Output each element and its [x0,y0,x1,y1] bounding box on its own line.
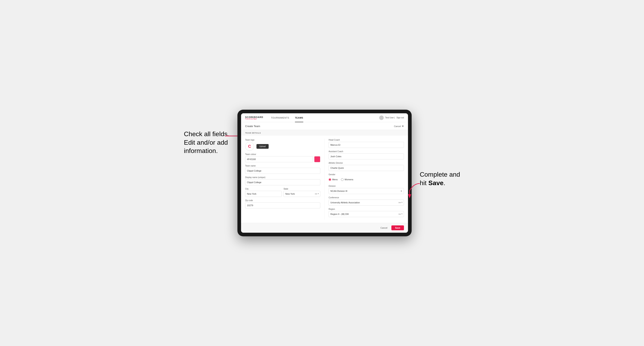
head-coach-label: Head Coach [328,139,404,141]
zip-label: Zip code [245,199,320,201]
nav-teams[interactable]: TEAMS [292,113,306,122]
conference-select-wrapper: University Athletic Association ✕ ▲▼ [328,199,404,205]
form-body: Team logo C Upload Team colour [241,136,408,223]
assistant-coach-input[interactable] [328,153,404,160]
svg-marker-2 [408,194,411,198]
right-annotation-wrapper: Complete and hit Save. [420,110,460,187]
sign-out-link[interactable]: Sign out [396,117,404,119]
cancel-top-button[interactable]: Cancel ✕ [394,125,404,128]
division-label: Division [328,185,404,187]
state-clear-icon[interactable]: ✕ [314,193,316,195]
gender-radio-group: Mens Womens [328,176,404,182]
gender-group: Gender Mens Womens [328,173,404,182]
assistant-coach-group: Assistant Coach [328,150,404,160]
conference-select[interactable]: University Athletic Association [328,199,404,205]
right-annotation: Complete and hit Save. [420,170,460,187]
team-logo-group: Team logo C Upload [245,139,320,151]
close-icon: ✕ [402,125,404,128]
gender-mens-option[interactable]: Mens [328,178,338,181]
color-swatch[interactable] [314,156,320,162]
page-header: Create Team Cancel ✕ [241,122,408,130]
user-avatar [379,116,384,120]
city-state-row: City State New York ✕ ▲▼ [245,188,320,197]
region-select[interactable]: Region II - (M) DIII [328,211,404,217]
division-group: Division NCAA Division III ▼ [328,185,404,194]
user-label: Test User | [385,117,395,119]
save-button[interactable]: Save [392,225,404,230]
nav-bar: SCOREBOARD Powered by clippd TOURNAMENTS… [241,113,408,122]
state-col: State New York ✕ ▲▼ [284,188,320,197]
logo-area: C Upload [245,142,320,151]
gender-womens-radio[interactable] [341,178,344,181]
city-label: City [245,188,282,190]
form-right-column: Head Coach Assistant Coach Athletic Dire… [324,139,404,219]
athletic-director-group: Athletic Director [328,162,404,171]
right-annotation-arrow [402,182,422,199]
team-colour-label: Team colour [245,153,320,155]
division-select-wrapper: NCAA Division III ▼ [328,188,404,194]
conference-clear-icon[interactable]: ✕ [398,201,400,204]
region-label: Region [328,208,404,210]
team-colour-group: Team colour [245,153,320,162]
page-title: Create Team [245,125,260,128]
conference-group: Conference University Athletic Associati… [328,196,404,205]
conference-label: Conference [328,196,404,199]
city-input[interactable] [245,191,282,197]
region-select-wrapper: Region II - (M) DIII ✕ ▲▼ [328,211,404,217]
team-logo-circle: C [245,142,254,151]
nav-right: Test User | Sign out [379,116,404,120]
team-colour-input[interactable] [245,156,313,162]
section-header-team-details: TEAM DETAILS [241,130,408,136]
city-col: City [245,188,282,197]
left-annotation: Check all fields. Edit and/or add inform… [184,130,229,155]
division-select[interactable]: NCAA Division III [328,188,404,194]
brand-logo: SCOREBOARD Powered by clippd [245,116,263,120]
athletic-director-label: Athletic Director [328,162,404,164]
head-coach-input[interactable] [328,142,404,148]
display-name-label: Display name (unique) [245,176,320,178]
athletic-director-input[interactable] [328,165,404,171]
state-label: State [284,188,320,190]
gender-mens-radio[interactable] [328,178,331,181]
gender-womens-option[interactable]: Womens [341,178,353,181]
region-clear-icon[interactable]: ✕ [398,213,400,215]
zip-input[interactable] [245,202,320,208]
color-input-row [245,156,320,162]
tablet-screen: SCOREBOARD Powered by clippd TOURNAMENTS… [241,113,408,233]
nav-links: TOURNAMENTS TEAMS [268,113,379,122]
zip-code-group: Zip code [245,199,320,208]
team-name-group: Team name [245,165,320,174]
display-name-input[interactable] [245,179,320,185]
team-name-input[interactable] [245,168,320,174]
assistant-coach-label: Assistant Coach [328,150,404,153]
state-select-wrapper: New York ✕ ▲▼ [284,191,320,197]
cancel-button[interactable]: Cancel [378,225,390,230]
city-state-group: City State New York ✕ ▲▼ [245,188,320,197]
nav-tournaments[interactable]: TOURNAMENTS [268,113,292,122]
gender-label: Gender [328,173,404,176]
display-name-group: Display name (unique) [245,176,320,185]
upload-button[interactable]: Upload [256,144,268,149]
form-left-column: Team logo C Upload Team colour [245,139,324,219]
region-group: Region Region II - (M) DIII ✕ ▲▼ [328,208,404,217]
head-coach-group: Head Coach [328,139,404,148]
tablet-frame: SCOREBOARD Powered by clippd TOURNAMENTS… [238,110,412,236]
form-footer: Cancel Save [241,223,408,233]
team-name-label: Team name [245,165,320,167]
team-logo-label: Team logo [245,139,320,141]
